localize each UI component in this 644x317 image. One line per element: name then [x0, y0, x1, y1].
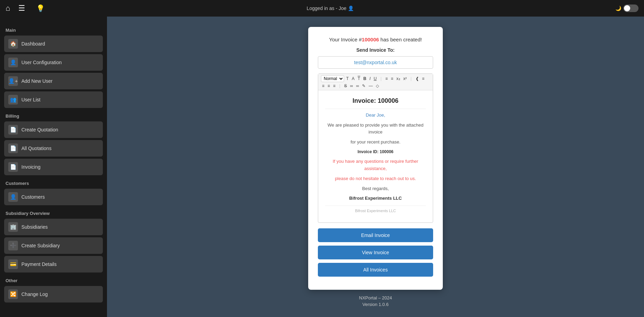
sidebar-item-label: User Configuration [21, 60, 62, 65]
rte-btn-italic[interactable]: I [368, 76, 371, 81]
invoice-card: Your Invoice #100006 has been created! S… [308, 27, 443, 290]
rte-invoice-title: Invoice: 100006 [325, 96, 426, 109]
sidebar-item-label: Change Log [21, 291, 48, 297]
rte-btn-align-center[interactable]: ≡ [321, 83, 325, 89]
section-label-customers: Customers [6, 181, 103, 186]
rte-btn-superscript[interactable]: x² [402, 76, 408, 81]
rte-regards: Best regards, [325, 185, 426, 192]
rte-questions-1: If you have any questions or require fur… [325, 158, 426, 172]
footer-line1: NXPortal – 2024 [359, 295, 392, 300]
rte-divider-1: | [379, 76, 382, 81]
rte-btn-strikethrough[interactable]: S [343, 83, 348, 89]
send-invoice-label: Send Invoice To: [318, 47, 433, 53]
rte-btn-align-right[interactable]: ≡ [326, 83, 331, 89]
view-invoice-button[interactable]: View Invoice [318, 246, 433, 259]
sidebar-item-label: Payment Details [21, 261, 57, 267]
user-config-icon: 👤 [8, 58, 18, 67]
sidebar-item-payment-details[interactable]: 💳 Payment Details [4, 256, 103, 273]
moon-icon: 🌙 [615, 6, 621, 11]
sidebar-item-all-quotations[interactable]: 📄 All Quotations [4, 140, 103, 157]
sidebar-item-invoicing[interactable]: 📄 Invoicing [4, 159, 103, 175]
rte-btn-outdent[interactable]: ❰ [414, 76, 420, 81]
all-quotations-icon: 📄 [8, 143, 18, 153]
section-label-other: Other [6, 278, 103, 283]
sidebar-item-label: All Quotations [21, 146, 51, 151]
menu-icon[interactable]: ☰ [18, 4, 25, 13]
bulb-icon[interactable]: 💡 [36, 4, 45, 12]
sidebar-item-label: User List [21, 97, 40, 102]
rte-btn-underline[interactable]: U [373, 76, 378, 81]
rte-footer-company: Bifrost Experiments LLC [325, 208, 426, 214]
rte-provided-1: We are pleased to provide you with the a… [325, 122, 426, 136]
rte-btn-list-ol[interactable]: ≡ [384, 76, 389, 81]
sidebar-item-label: Add New User [21, 78, 52, 84]
sidebar-item-create-quotation[interactable]: 📄 Create Quotation [4, 121, 103, 138]
sidebar-item-user-list[interactable]: 👥 User List [4, 91, 103, 108]
add-user-icon: 👤+ [8, 76, 18, 86]
rte-body: Invoice: 100006 Dear Joe, We are pleased… [318, 90, 433, 222]
rte-questions-2: please do not hesitate to reach out to u… [325, 175, 426, 182]
create-subsidiary-icon: ➕ [8, 241, 18, 250]
rte-btn-subscript[interactable]: x₂ [396, 76, 401, 81]
section-label-subsidiary: Subsidiary Overview [6, 211, 103, 216]
dashboard-icon: 🏠 [8, 39, 18, 49]
section-label-main: Main [6, 28, 103, 33]
rte-divider-3: | [338, 83, 341, 89]
rte-btn-link[interactable]: ∞ [349, 83, 354, 89]
rte-invoice-id: Invoice ID: 100006 [325, 149, 426, 155]
sidebar-item-dashboard[interactable]: 🏠 Dashboard [4, 36, 103, 52]
rte-divider-2: | [410, 76, 413, 81]
home-icon[interactable]: ⌂ [6, 4, 10, 13]
sidebar-item-label: Invoicing [21, 164, 40, 170]
sidebar-item-subsidiaries[interactable]: 🏢 Subsidiaries [4, 219, 103, 235]
user-account-icon: 👤 [348, 6, 354, 11]
rte-btn-bold[interactable]: B [362, 76, 368, 81]
email-input-wrapper[interactable] [318, 56, 433, 69]
invoicing-icon: 📄 [8, 162, 18, 172]
sidebar-item-user-configuration[interactable]: 👤 User Configuration [4, 54, 103, 71]
sidebar-item-customers[interactable]: 👤 Customers [4, 189, 103, 205]
section-label-billing: Billing [6, 113, 103, 119]
rte-toolbar: Normal T A T B I U | ≡ ≡ x₂ x² | ❰ ≡ ≡ [318, 74, 433, 90]
user-list-icon: 👥 [8, 95, 18, 105]
toggle-switch[interactable] [623, 4, 638, 12]
rte-wrapper: Normal T A T B I U | ≡ ≡ x₂ x² | ❰ ≡ ≡ [318, 73, 433, 223]
sidebar-item-change-log[interactable]: 🔀 Change Log [4, 286, 103, 303]
all-invoices-button[interactable]: All Invoices [318, 263, 433, 277]
rte-footer-divider [325, 206, 426, 206]
rte-btn-code[interactable]: ◇ [375, 83, 380, 89]
sidebar-item-label: Create Quotation [21, 127, 58, 132]
rte-btn-font[interactable]: T [345, 76, 350, 81]
email-invoice-button[interactable]: Email Invoice [318, 228, 433, 242]
rte-provided-2: for your recent purchase. [325, 139, 426, 146]
rte-btn-align-justify[interactable]: ≡ [332, 83, 336, 89]
rte-btn-paint[interactable]: ✎ [361, 83, 367, 89]
rte-btn-unlink[interactable]: ∞ [355, 83, 360, 89]
rte-btn-align-left[interactable]: ≡ [421, 76, 426, 81]
sidebar-item-label: Dashboard [21, 41, 45, 47]
topbar: ⌂ ☰ 💡 Logged in as - Joe 👤 🌙 [0, 0, 644, 17]
logged-in-label: Logged in as - Joe 👤 [45, 6, 615, 11]
page-footer: NXPortal – 2024 Version 1.0.6 [359, 295, 392, 312]
sidebar-item-create-subsidiary[interactable]: ➕ Create Subsidiary [4, 237, 103, 254]
subsidiaries-icon: 🏢 [8, 222, 18, 232]
layout: Main 🏠 Dashboard 👤 User Configuration 👤+… [0, 17, 644, 317]
email-input[interactable] [322, 60, 429, 65]
rte-style-select[interactable]: Normal [321, 75, 344, 82]
sidebar-item-label: Customers [21, 194, 45, 200]
payment-details-icon: 💳 [8, 259, 18, 269]
theme-toggle[interactable]: 🌙 [615, 4, 638, 12]
sidebar: Main 🏠 Dashboard 👤 User Configuration 👤+… [0, 17, 107, 317]
sidebar-item-add-new-user[interactable]: 👤+ Add New User [4, 73, 103, 89]
rte-btn-font-color[interactable]: A [351, 76, 355, 81]
create-quotation-icon: 📄 [8, 125, 18, 135]
customers-icon: 👤 [8, 192, 18, 202]
main-content: Your Invoice #100006 has been created! S… [107, 17, 644, 317]
rte-btn-font-alt[interactable]: T [357, 76, 361, 81]
footer-line2: Version 1.0.6 [359, 302, 392, 307]
rte-btn-hr[interactable]: — [368, 83, 374, 89]
sidebar-item-label: Create Subsidiary [21, 243, 60, 248]
rte-btn-list-ul[interactable]: ≡ [390, 76, 394, 81]
sidebar-item-label: Subsidiaries [21, 224, 48, 230]
invoice-number: 100006 [362, 37, 379, 42]
